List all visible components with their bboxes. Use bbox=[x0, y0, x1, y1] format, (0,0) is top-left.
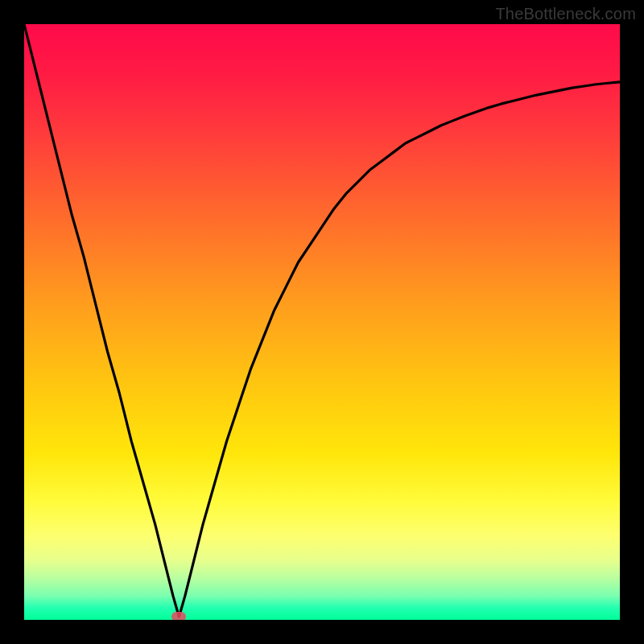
curve-layer bbox=[24, 24, 620, 620]
chart-frame: TheBottleneck.com bbox=[0, 0, 644, 644]
watermark-label: TheBottleneck.com bbox=[495, 5, 636, 23]
plot-area bbox=[24, 24, 620, 620]
bottleneck-curve bbox=[24, 24, 620, 617]
minimum-marker bbox=[171, 612, 186, 620]
